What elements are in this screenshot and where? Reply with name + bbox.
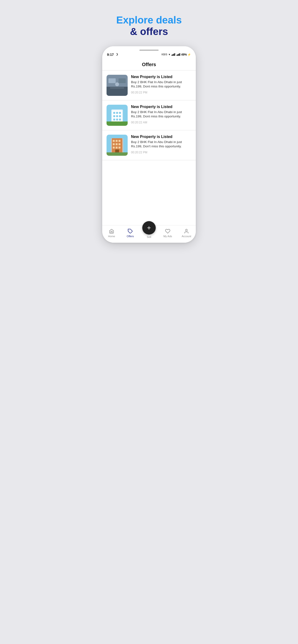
signal-bars bbox=[172, 53, 175, 56]
svg-rect-22 bbox=[113, 140, 115, 142]
status-left: 9:17 ☽ bbox=[107, 53, 118, 56]
signal-bars-2 bbox=[177, 53, 180, 56]
signal-bar2-4 bbox=[180, 53, 180, 56]
offer-time-1: 00:20:22 PM bbox=[131, 91, 192, 94]
network-arrow-icon: ▼ bbox=[168, 53, 171, 56]
offer-description-1: Buy 2 BHK Flat In Abu Dhabi in just Rs.1… bbox=[131, 80, 192, 89]
offer-details-1: New Property is Listed Buy 2 BHK Flat In… bbox=[131, 75, 192, 94]
signal-bar2-3 bbox=[179, 54, 179, 56]
svg-rect-3 bbox=[118, 78, 126, 83]
svg-rect-18 bbox=[106, 122, 128, 126]
svg-rect-11 bbox=[119, 112, 121, 114]
status-right: KB/S ▼ 49% ⚡ bbox=[162, 53, 191, 56]
svg-rect-23 bbox=[116, 140, 117, 142]
svg-rect-4 bbox=[110, 87, 124, 89]
nav-item-offers[interactable]: Offers bbox=[121, 228, 140, 238]
bottom-nav: Home Offers + Sell bbox=[102, 225, 196, 243]
svg-rect-29 bbox=[116, 146, 117, 148]
svg-rect-24 bbox=[118, 140, 120, 142]
svg-rect-30 bbox=[118, 146, 120, 148]
offer-image-3 bbox=[106, 135, 128, 156]
network-label: KB/S bbox=[162, 53, 167, 56]
offer-details-3: New Property is Listed Buy 2 BHK Flat In… bbox=[131, 135, 192, 154]
svg-rect-9 bbox=[113, 112, 115, 114]
offer-item-3[interactable]: New Property is Listed Buy 2 BHK Flat In… bbox=[102, 130, 196, 160]
svg-rect-10 bbox=[116, 112, 118, 114]
offers-label: Offers bbox=[127, 235, 134, 238]
svg-rect-25 bbox=[113, 143, 115, 145]
offer-item-2[interactable]: New Property is Listed Buy 2 BHK Flat In… bbox=[102, 100, 196, 130]
nav-item-home[interactable]: Home bbox=[102, 228, 121, 238]
page-header: Explore deals & offers bbox=[116, 10, 182, 38]
svg-rect-2 bbox=[108, 78, 116, 83]
nav-item-account[interactable]: Account bbox=[177, 228, 196, 238]
svg-rect-13 bbox=[116, 115, 118, 117]
app-content: Offers New Property is Listed Buy 2 BHK … bbox=[102, 58, 196, 225]
svg-rect-12 bbox=[113, 115, 115, 117]
offer-title-2: New Property is Listed bbox=[131, 105, 192, 109]
svg-point-34 bbox=[186, 229, 187, 231]
offers-icon bbox=[127, 228, 133, 234]
svg-rect-27 bbox=[118, 143, 120, 145]
phone-frame: 9:17 ☽ KB/S ▼ 49% ⚡ bbox=[102, 46, 196, 243]
phone-pill bbox=[139, 50, 159, 51]
home-icon bbox=[109, 228, 114, 234]
offer-details-2: New Property is Listed Buy 2 BHK Flat In… bbox=[131, 105, 192, 124]
offers-list[interactable]: New Property is Listed Buy 2 BHK Flat In… bbox=[102, 70, 196, 225]
signal-bar-2 bbox=[173, 54, 173, 56]
offer-time-2: 00:20:22 AM bbox=[131, 121, 192, 124]
nav-sell-wrapper: + Sell bbox=[140, 228, 158, 238]
signal-bar-3 bbox=[174, 54, 174, 56]
offer-description-2: Buy 2 BHK Flat In Abu Dhabi in just Rs.1… bbox=[131, 110, 192, 119]
status-bar: 9:17 ☽ KB/S ▼ 49% ⚡ bbox=[102, 52, 196, 58]
offer-image-2 bbox=[106, 105, 128, 126]
signal-bar-4 bbox=[175, 53, 175, 56]
svg-point-5 bbox=[115, 82, 119, 86]
signal-bar2-1 bbox=[177, 54, 177, 56]
offer-time-3: 00:20:22 PM bbox=[131, 151, 192, 154]
svg-rect-16 bbox=[116, 118, 118, 120]
battery: 49% ⚡ bbox=[181, 53, 191, 56]
app-title: Offers bbox=[102, 58, 196, 70]
battery-percent: 49% bbox=[181, 53, 187, 56]
svg-rect-15 bbox=[113, 118, 115, 120]
offer-item-1[interactable]: New Property is Listed Buy 2 BHK Flat In… bbox=[102, 70, 196, 100]
offer-image-1 bbox=[106, 75, 128, 96]
myads-icon bbox=[165, 228, 171, 234]
svg-rect-32 bbox=[106, 152, 128, 156]
offer-title-3: New Property is Listed bbox=[131, 135, 192, 139]
svg-rect-28 bbox=[113, 146, 115, 148]
signal-bar-1 bbox=[172, 54, 172, 56]
page-header-subtitle: & offers bbox=[116, 26, 182, 38]
battery-bolt-icon: ⚡ bbox=[187, 53, 191, 56]
svg-rect-26 bbox=[116, 143, 117, 145]
account-label: Account bbox=[182, 235, 191, 238]
svg-rect-14 bbox=[119, 115, 121, 117]
sell-label: Sell bbox=[147, 236, 151, 238]
status-time: 9:17 bbox=[107, 53, 114, 56]
plus-icon: + bbox=[147, 224, 151, 231]
clock-icon: ☽ bbox=[115, 53, 118, 56]
nav-item-myads[interactable]: My Ads bbox=[158, 228, 177, 238]
sell-button[interactable]: + bbox=[142, 221, 156, 234]
svg-rect-17 bbox=[119, 118, 121, 120]
myads-label: My Ads bbox=[163, 235, 172, 238]
offer-title-1: New Property is Listed bbox=[131, 75, 192, 79]
account-icon bbox=[184, 228, 189, 234]
signal-bar2-2 bbox=[178, 54, 178, 56]
offer-description-3: Buy 2 BHK Flat In Abu Dhabi in just Rs.1… bbox=[131, 140, 192, 149]
phone-notch bbox=[102, 46, 196, 52]
page-header-title: Explore deals bbox=[116, 14, 182, 26]
home-label: Home bbox=[108, 235, 115, 238]
